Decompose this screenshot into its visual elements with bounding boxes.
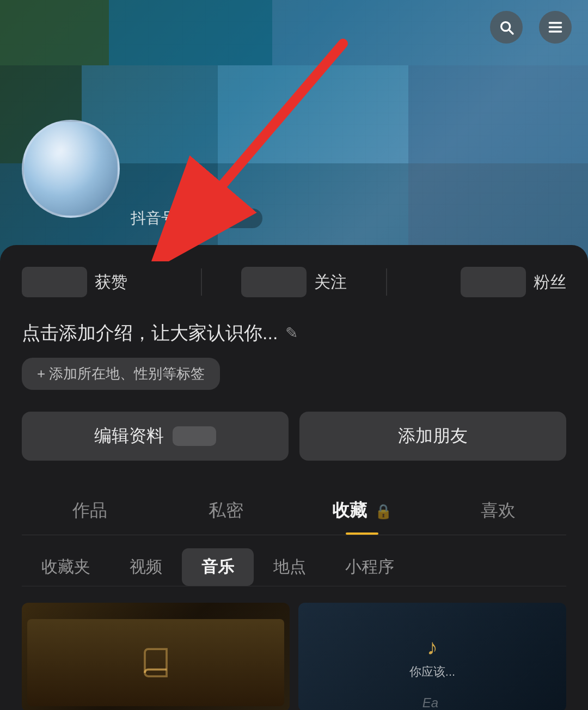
stat-divider-1 (201, 268, 202, 296)
avatar-area (22, 120, 120, 218)
stat-likes-value (22, 267, 87, 297)
douyin-id-row: 抖音号： (131, 208, 262, 229)
stat-likes: 获赞 (22, 267, 195, 297)
tab-works-label: 作品 (72, 500, 107, 520)
sub-tab-miniapp-label: 小程序 (345, 558, 394, 576)
tab-private-label: 私密 (209, 500, 243, 520)
douyin-id-label: 抖音号： (131, 208, 192, 229)
stat-divider-2 (386, 268, 387, 296)
search-button[interactable] (490, 11, 523, 44)
add-tag-label: + 添加所在地、性别等标签 (37, 364, 205, 383)
header-background: 抖音号： (0, 0, 588, 261)
edit-profile-label: 编辑资料 (94, 424, 164, 448)
sub-tab-bar: 收藏夹 视频 音乐 地点 小程序 (22, 535, 566, 586)
add-friend-button[interactable]: 添加朋友 (299, 412, 566, 461)
lock-icon: 🔒 (375, 503, 392, 520)
preview-card-2[interactable]: ♪ 你应该... (298, 603, 566, 710)
sub-tab-music-label: 音乐 (201, 558, 234, 576)
preview-text-2: 你应该... (409, 665, 455, 678)
stat-following-label: 关注 (314, 271, 347, 293)
stat-likes-label: 获赞 (95, 271, 127, 293)
stat-followers: 粉丝 (393, 267, 566, 297)
edit-profile-badge (173, 426, 216, 446)
sub-tab-miniapp[interactable]: 小程序 (326, 548, 414, 586)
ea-label: Ea (422, 695, 438, 711)
add-friend-label: 添加朋友 (398, 424, 468, 448)
bio-text-row[interactable]: 点击添加介绍，让大家认识你... ✎ (22, 319, 566, 347)
bio-area: 点击添加介绍，让大家认识你... ✎ + 添加所在地、性别等标签 (22, 319, 566, 390)
sub-tab-location[interactable]: 地点 (254, 548, 326, 586)
stat-followers-label: 粉丝 (534, 271, 566, 293)
preview-card-1[interactable] (22, 603, 290, 710)
sub-tab-music[interactable]: 音乐 (182, 548, 254, 586)
bio-text: 点击添加介绍，让大家认识你... (22, 319, 278, 347)
douyin-id-value (197, 209, 262, 228)
stat-following: 关注 (207, 267, 381, 297)
top-icon-bar (490, 11, 572, 44)
main-panel: 获赞 关注 粉丝 点击添加介绍，让大家认识你... ✎ + 添加所在地、性别等标… (0, 245, 588, 710)
tab-likes-label: 喜欢 (481, 500, 516, 520)
sub-tab-folder-label: 收藏夹 (41, 558, 90, 576)
tab-likes[interactable]: 喜欢 (430, 488, 566, 535)
avatar[interactable] (22, 120, 120, 218)
edit-profile-button[interactable]: 编辑资料 (22, 412, 289, 461)
tab-bar: 作品 私密 收藏 🔒 喜欢 (22, 488, 566, 535)
sub-tab-folder[interactable]: 收藏夹 (22, 548, 110, 586)
action-buttons-row: 编辑资料 添加朋友 (22, 412, 566, 461)
edit-bio-icon[interactable]: ✎ (285, 322, 298, 345)
tab-works[interactable]: 作品 (22, 488, 158, 535)
tab-favorites[interactable]: 收藏 🔒 (294, 488, 430, 535)
sub-tab-location-label: 地点 (273, 558, 306, 576)
menu-button[interactable] (539, 11, 572, 44)
avatar-image (24, 122, 118, 216)
add-tag-button[interactable]: + 添加所在地、性别等标签 (22, 358, 220, 390)
stat-following-value (241, 267, 307, 297)
sub-tab-video-label: 视频 (130, 558, 162, 576)
sub-tab-video[interactable]: 视频 (110, 548, 182, 586)
stats-row: 获赞 关注 粉丝 (22, 267, 566, 297)
stat-followers-value (461, 267, 526, 297)
content-preview-row: ♪ 你应该... (22, 586, 566, 710)
tab-favorites-label: 收藏 (332, 500, 367, 520)
tab-private[interactable]: 私密 (158, 488, 294, 535)
